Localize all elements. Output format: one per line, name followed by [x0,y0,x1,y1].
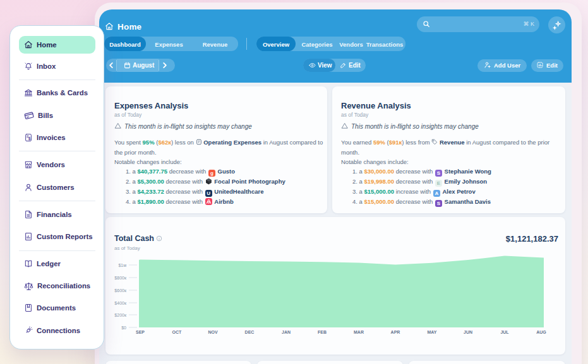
svg-text:NOV: NOV [208,330,218,334]
svg-text:FEB: FEB [318,330,327,334]
svg-text:DEC: DEC [245,330,255,334]
svg-text:$600к: $600к [114,288,127,293]
svg-text:MAY: MAY [428,330,437,334]
svg-text:AUG: AUG [536,330,546,334]
svg-text:$1м: $1м [118,263,126,267]
svg-text:$200к: $200к [114,313,127,317]
svg-text:JUL: JUL [500,330,509,334]
svg-text:$: $ [28,136,31,141]
svg-text:$400к: $400к [114,301,127,305]
svg-text:$0: $0 [121,326,126,330]
svg-text:SEP: SEP [136,330,145,334]
svg-text:JUN: JUN [464,330,472,334]
svg-text:JAN: JAN [282,330,291,334]
svg-text:OCT: OCT [172,330,183,334]
svg-text:MAR: MAR [354,330,364,334]
svg-text:$800к: $800к [114,276,127,280]
svg-text:APR: APR [391,330,400,334]
